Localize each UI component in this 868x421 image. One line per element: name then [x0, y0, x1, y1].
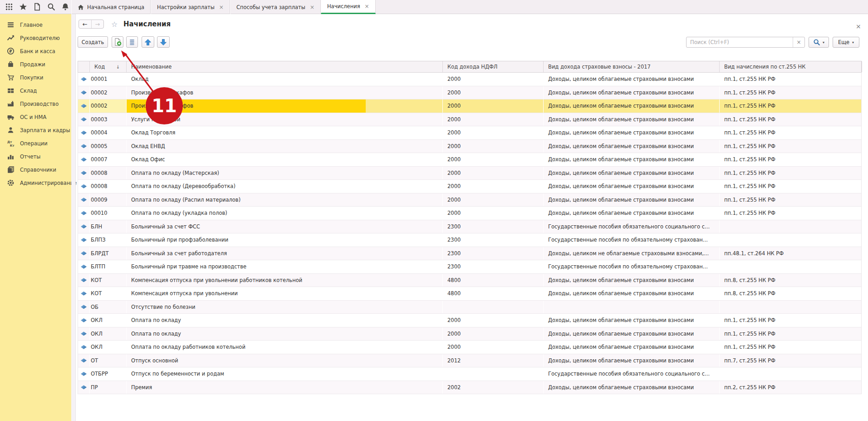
cell-ndfl-code[interactable] — [443, 301, 544, 314]
table-row[interactable]: КОТ Компенсация отпуска при увольнении 4… — [78, 287, 861, 301]
cell-insurance-type[interactable]: Государственные пособия обязательного со… — [544, 367, 720, 381]
search-button[interactable]: ▾ — [809, 37, 829, 48]
cell-ndfl-code[interactable]: 2000 — [443, 207, 544, 220]
table-row[interactable]: 00009 Оплата по окладу (Распил материало… — [78, 193, 861, 207]
tab-close-icon[interactable]: × — [310, 5, 314, 10]
cell-ndfl-code[interactable]: 2000 — [443, 327, 544, 341]
cell-name[interactable]: Оклад Офис — [127, 153, 443, 166]
cell-insurance-type[interactable]: Доходы, целиком облагаемые страховыми вз… — [544, 287, 720, 300]
cell-insurance-type[interactable]: Доходы, целиком облагаемые страховыми вз… — [544, 99, 720, 113]
sidebar-item-производство[interactable]: Производство — [0, 97, 71, 110]
cell-article-255[interactable]: пп.1, ст.255 НК РФ — [720, 99, 862, 113]
cell-ndfl-code[interactable]: 2000 — [443, 314, 544, 327]
cell-name[interactable]: Оплата по окладу (Мастерская) — [127, 167, 443, 180]
cell-ndfl-code[interactable]: 2000 — [443, 113, 544, 126]
cell-name[interactable]: Больничный за счет работодателя — [127, 247, 443, 260]
cell-name[interactable]: Производство шкафов — [127, 86, 443, 99]
cell-code[interactable]: 00007 — [90, 153, 127, 166]
cell-name[interactable]: Оклад — [127, 73, 443, 86]
table-row[interactable]: ОКЛ Оплата по окладу 2000 Доходы, целико… — [78, 314, 861, 327]
table-row[interactable]: ПР Премия 2002 Доходы, целиком облагаемы… — [78, 381, 861, 395]
cell-code[interactable]: БЛТП — [90, 260, 127, 273]
cell-insurance-type[interactable]: Доходы, целиком облагаемые страховыми вз… — [544, 180, 720, 193]
cell-name[interactable]: Больничный за счет ФСС — [127, 220, 443, 233]
cell-code[interactable]: ПР — [90, 381, 127, 394]
sidebar-item-справочники[interactable]: Справочники — [0, 163, 71, 176]
cell-ndfl-code[interactable]: 2000 — [443, 167, 544, 180]
move-up-button[interactable] — [142, 36, 154, 48]
sidebar-item-склад[interactable]: Склад — [0, 84, 71, 97]
cell-insurance-type[interactable]: Государственные пособия по обязательному… — [544, 260, 720, 273]
cell-name[interactable]: Оплата по окладу — [127, 327, 443, 341]
cell-ndfl-code[interactable]: 2002 — [443, 381, 544, 394]
form-close-icon[interactable]: × — [856, 23, 861, 30]
cell-name[interactable]: Больничный при профзаболевании — [127, 233, 443, 247]
cell-insurance-type[interactable]: Доходы, целиком облагаемые страховыми вз… — [544, 341, 720, 354]
column-header-ndfl[interactable]: Код дохода НДФЛ — [443, 61, 544, 72]
move-down-button[interactable] — [157, 36, 170, 48]
sidebar-item-главное[interactable]: Главное — [0, 18, 71, 31]
cell-insurance-type[interactable]: Доходы, целиком облагаемые страховыми вз… — [544, 274, 720, 287]
cell-insurance-type[interactable]: Доходы, целиком облагаемые страховыми вз… — [544, 126, 720, 139]
cell-code[interactable]: 00004 — [90, 126, 127, 139]
sidebar-item-банк-и-касса[interactable]: ₽ Банк и касса — [0, 45, 71, 58]
table-row[interactable]: 00002 Производство шкафов 2000 Доходы, ц… — [78, 99, 861, 113]
cell-ndfl-code[interactable]: 2000 — [443, 86, 544, 99]
cell-code[interactable]: 00010 — [90, 207, 127, 220]
cell-code[interactable]: ОТБРР — [90, 367, 127, 381]
cell-name[interactable]: Отсутствие по болезни — [127, 301, 443, 314]
cell-ndfl-code[interactable]: 2000 — [443, 126, 544, 139]
cell-code[interactable]: КОТ — [90, 287, 127, 300]
cell-insurance-type[interactable]: Доходы, целиком облагаемые страховыми вз… — [544, 113, 720, 126]
create-button[interactable]: Создать — [78, 36, 108, 48]
cell-name[interactable]: Отпуск по беременности и родам — [127, 367, 443, 381]
cell-code[interactable]: 00002 — [90, 86, 127, 99]
more-button[interactable]: Еще ▾ — [833, 37, 859, 48]
sidebar-item-операции[interactable]: ДтКт Операции — [0, 137, 71, 150]
column-header-insurance[interactable]: Вид дохода страховые взносы - 2017 — [544, 61, 720, 72]
table-row[interactable]: ОКЛ Оплата по окладу работников котельно… — [78, 341, 861, 354]
cell-ndfl-code[interactable]: 2300 — [443, 233, 544, 247]
table-row[interactable]: 00007 Оклад Офис 2000 Доходы, целиком об… — [78, 153, 861, 167]
table-row[interactable]: 00002 Производство шкафов 2000 Доходы, ц… — [78, 86, 861, 100]
cell-code[interactable]: БЛРДТ — [90, 247, 127, 260]
cell-code[interactable]: ОКЛ — [90, 327, 127, 341]
sidebar-item-продажи[interactable]: Продажи — [0, 58, 71, 71]
cell-code[interactable]: ОКЛ — [90, 314, 127, 327]
cell-article-255[interactable]: пп.1, ст.255 НК РФ — [720, 167, 862, 180]
cell-article-255[interactable] — [720, 301, 862, 314]
cell-article-255[interactable]: пп.1, ст.255 НК РФ — [720, 207, 862, 220]
table-row[interactable]: КОТ Компенсация отпуска при увольнении р… — [78, 274, 861, 287]
table-row[interactable]: 00008 Оплата по окладу (Деревообработка)… — [78, 180, 861, 193]
cell-code[interactable]: БЛН — [90, 220, 127, 233]
cell-ndfl-code[interactable]: 2012 — [443, 354, 544, 367]
column-header-article[interactable]: Вид начисления по ст.255 НК — [720, 61, 862, 72]
table-row[interactable]: БЛРДТ Больничный за счет работодателя 23… — [78, 247, 861, 261]
cell-article-255[interactable]: пп.1, ст.255 НК РФ — [720, 314, 862, 327]
tab-close-icon[interactable]: × — [365, 4, 369, 9]
table-row[interactable]: 00005 Оклад ЕНВД 2000 Доходы, целиком об… — [78, 140, 861, 154]
cell-article-255[interactable]: пп.1, ст.255 НК РФ — [720, 126, 862, 139]
cell-article-255[interactable]: пп.1, ст.255 НК РФ — [720, 153, 862, 166]
cell-ndfl-code[interactable]: 2300 — [443, 260, 544, 273]
column-header-name[interactable]: Наименование — [127, 61, 443, 72]
notifications-bell-icon[interactable] — [61, 3, 69, 11]
sidebar-item-администрирование[interactable]: Администрирование — [0, 176, 71, 189]
cell-insurance-type[interactable]: Доходы, целиком облагаемые страховыми вз… — [544, 207, 720, 220]
cell-code[interactable]: КОТ — [90, 274, 127, 287]
forward-button[interactable]: → — [92, 20, 104, 28]
tab[interactable]: Начисления × — [321, 0, 376, 14]
cell-ndfl-code[interactable]: 2000 — [443, 99, 544, 113]
tab-close-icon[interactable]: × — [219, 5, 224, 10]
cell-code[interactable]: ОБ — [90, 301, 127, 314]
cell-insurance-type[interactable]: Государственные пособия по обязательному… — [544, 233, 720, 247]
cell-name[interactable]: Услуги котельной — [127, 113, 443, 126]
cell-article-255[interactable]: пп.2, ст.255 НК РФ — [720, 381, 862, 394]
cell-name[interactable]: Отпуск основной — [127, 354, 443, 367]
cell-article-255[interactable]: пп.1, ст.255 НК РФ — [720, 140, 862, 153]
create-group-button[interactable] — [112, 36, 123, 48]
cell-ndfl-code[interactable]: 2000 — [443, 193, 544, 207]
cell-article-255[interactable] — [720, 220, 862, 233]
cell-insurance-type[interactable]: Доходы, целиком облагаемые страховыми вз… — [544, 193, 720, 207]
history-icon[interactable] — [33, 3, 41, 11]
